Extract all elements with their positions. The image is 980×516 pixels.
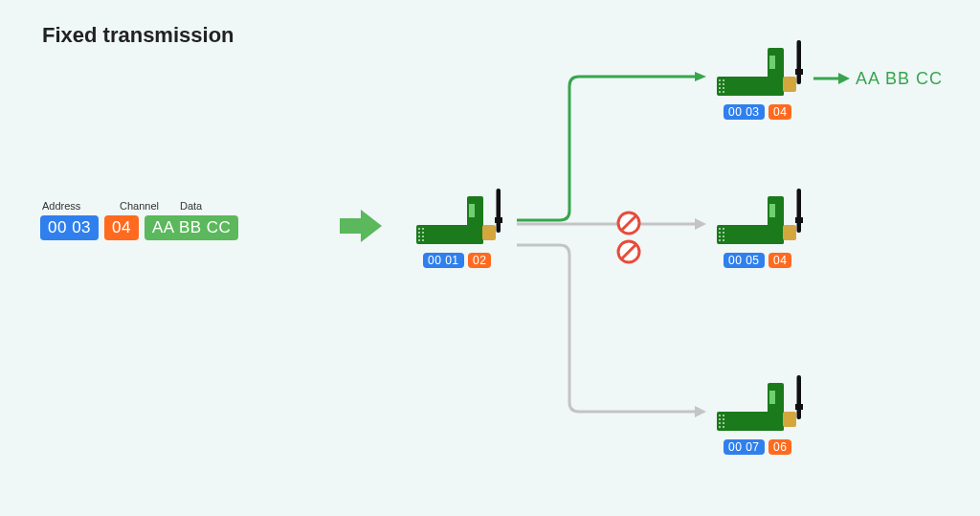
blocked-icon — [614, 237, 643, 266]
svg-point-37 — [723, 232, 724, 234]
connection-blocked-2 — [517, 239, 708, 421]
svg-point-19 — [719, 83, 721, 85]
svg-rect-55 — [797, 375, 802, 419]
svg-point-39 — [723, 239, 724, 241]
module-receiver-3 — [712, 373, 808, 435]
svg-point-10 — [422, 236, 424, 237]
svg-point-53 — [723, 426, 724, 428]
svg-rect-3 — [469, 204, 475, 217]
blocked-icon — [614, 209, 643, 237]
packet: 00 03 04 AA BB CC — [40, 215, 238, 240]
svg-point-18 — [719, 79, 721, 81]
svg-point-32 — [719, 228, 721, 230]
svg-point-46 — [719, 415, 721, 416]
svg-rect-42 — [795, 217, 803, 223]
packet-data: AA BB CC — [145, 215, 238, 240]
module-receiver-2-labels: 00 05 04 — [724, 251, 791, 268]
svg-rect-17 — [769, 56, 775, 69]
output-data: AA BB CC — [856, 69, 943, 89]
packet-channel: 04 — [104, 215, 139, 240]
svg-point-11 — [422, 239, 424, 241]
svg-rect-26 — [783, 77, 796, 92]
svg-rect-40 — [783, 225, 796, 240]
svg-point-8 — [422, 228, 424, 230]
svg-marker-57 — [695, 72, 706, 81]
svg-rect-45 — [769, 391, 775, 404]
svg-point-9 — [422, 232, 424, 234]
svg-marker-59 — [838, 73, 850, 84]
svg-marker-61 — [695, 218, 706, 230]
module-sender-labels: 00 01 02 — [423, 251, 491, 268]
svg-rect-12 — [482, 225, 496, 240]
label-channel: Channel — [120, 200, 159, 212]
svg-point-34 — [719, 236, 721, 237]
svg-rect-14 — [495, 217, 502, 223]
svg-rect-31 — [769, 204, 775, 217]
svg-point-22 — [723, 79, 724, 81]
packet-address: 00 03 — [40, 215, 99, 240]
svg-point-49 — [719, 426, 721, 428]
module-sender — [412, 187, 507, 248]
connection-success — [517, 72, 708, 225]
svg-point-51 — [723, 418, 724, 420]
svg-rect-44 — [768, 383, 784, 431]
svg-rect-2 — [467, 196, 483, 244]
module-receiver-1-labels: 00 03 04 — [724, 102, 791, 120]
svg-rect-13 — [497, 189, 501, 233]
svg-point-24 — [723, 87, 724, 89]
svg-point-20 — [719, 87, 721, 89]
svg-point-36 — [723, 228, 724, 230]
svg-point-21 — [719, 91, 721, 93]
svg-rect-54 — [783, 412, 796, 427]
r1-address: 00 03 — [724, 104, 765, 120]
svg-marker-64 — [695, 406, 706, 417]
svg-point-33 — [719, 232, 721, 234]
svg-point-6 — [418, 236, 420, 237]
svg-rect-28 — [795, 69, 803, 75]
r2-address: 00 05 — [724, 253, 765, 268]
svg-point-23 — [723, 83, 724, 85]
module-receiver-1 — [712, 38, 808, 100]
svg-point-25 — [723, 91, 724, 93]
svg-point-38 — [723, 236, 724, 237]
r1-channel: 04 — [768, 104, 791, 120]
svg-rect-56 — [795, 404, 803, 410]
label-data: Data — [180, 200, 202, 212]
connection-blocked-1 — [517, 216, 708, 232]
svg-rect-27 — [797, 40, 802, 84]
svg-point-52 — [723, 422, 724, 424]
sender-channel: 02 — [468, 253, 491, 268]
svg-point-5 — [418, 232, 420, 234]
svg-rect-16 — [768, 48, 784, 96]
module-receiver-3-labels: 00 07 06 — [724, 437, 791, 455]
arrow-output-icon — [813, 71, 852, 86]
arrow-send-icon — [340, 207, 388, 245]
r3-channel: 06 — [768, 439, 791, 455]
svg-rect-41 — [797, 189, 802, 233]
svg-point-4 — [418, 228, 420, 230]
sender-address: 00 01 — [423, 253, 464, 268]
svg-marker-0 — [340, 210, 382, 242]
svg-point-35 — [719, 239, 721, 241]
r3-address: 00 07 — [724, 439, 765, 455]
diagram-title: Fixed transmission — [42, 23, 234, 48]
svg-point-48 — [719, 422, 721, 424]
label-address: Address — [42, 200, 80, 212]
module-receiver-2 — [712, 187, 808, 248]
svg-rect-30 — [768, 196, 784, 244]
svg-point-47 — [719, 418, 721, 420]
r2-channel: 04 — [768, 253, 791, 268]
svg-point-7 — [418, 239, 420, 241]
svg-point-50 — [723, 415, 724, 416]
